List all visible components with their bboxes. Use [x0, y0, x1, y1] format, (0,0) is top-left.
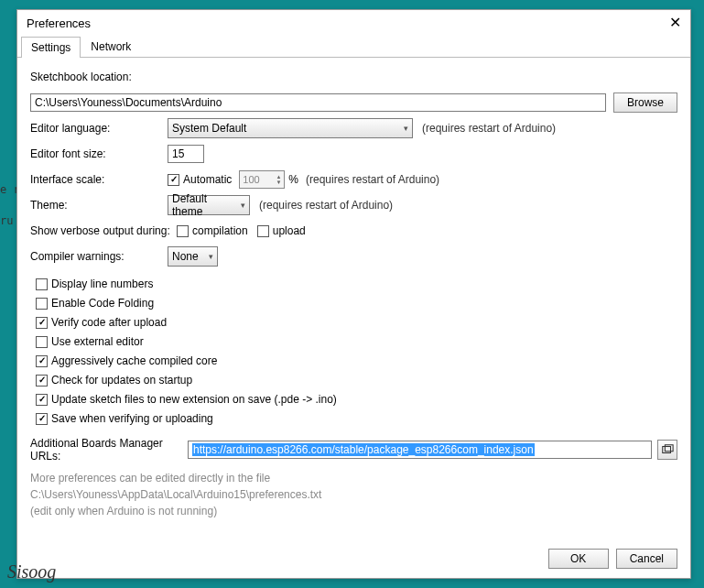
verbose-label: Show verbose output during:	[30, 224, 177, 237]
enable-code-folding-checkbox[interactable]	[36, 298, 48, 310]
compilation-checkbox[interactable]	[177, 225, 189, 237]
theme-select[interactable]: Default theme▾	[168, 195, 250, 215]
upload-checkbox[interactable]	[257, 225, 269, 237]
compiler-warnings-select[interactable]: None▾	[168, 246, 218, 267]
automatic-label: Automatic	[183, 173, 232, 186]
boards-urls-expand-button[interactable]	[657, 440, 677, 460]
update-extension-label: Update sketch files to new extension on …	[51, 393, 337, 406]
preferences-window: Preferences ✕ Settings Network Sketchboo…	[16, 9, 691, 579]
titlebar: Preferences ✕	[17, 10, 690, 36]
sketchbook-label: Sketchbook location:	[30, 71, 168, 83]
chevron-down-icon: ▾	[404, 124, 408, 133]
scale-spinner[interactable]: 100 ▲▼	[239, 170, 285, 189]
svg-rect-0	[663, 447, 671, 453]
aggressive-cache-checkbox[interactable]	[36, 355, 48, 367]
tab-settings[interactable]: Settings	[21, 37, 81, 58]
chevron-down-icon: ▾	[241, 201, 245, 210]
theme-label: Theme:	[30, 199, 168, 212]
browse-button[interactable]: Browse	[613, 93, 677, 113]
compilation-label: compilation	[192, 224, 248, 237]
upload-label: upload	[273, 224, 306, 237]
aggressive-cache-label: Aggressively cache compiled core	[51, 354, 217, 367]
watermark: Sisoog	[7, 561, 56, 583]
tabs: Settings Network	[17, 36, 690, 58]
editor-fontsize-input[interactable]	[168, 145, 204, 163]
save-verify-checkbox[interactable]	[36, 413, 48, 425]
spinner-arrows-icon: ▲▼	[276, 174, 281, 185]
enable-code-folding-label: Enable Code Folding	[51, 297, 154, 310]
window-icon	[661, 443, 674, 456]
use-external-editor-checkbox[interactable]	[36, 336, 48, 348]
close-icon[interactable]: ✕	[669, 16, 681, 30]
cancel-button[interactable]: Cancel	[616, 549, 677, 569]
svg-rect-1	[665, 445, 673, 452]
dialog-footer: OK Cancel	[548, 549, 677, 569]
sketchbook-input[interactable]	[30, 93, 606, 112]
compiler-warnings-label: Compiler warnings:	[30, 250, 168, 263]
editor-language-note: (requires restart of Arduino)	[422, 122, 556, 135]
editor-language-select[interactable]: System Default▾	[168, 118, 413, 138]
more-info-line3: (edit only when Arduino is not running)	[30, 505, 677, 517]
boards-urls-label: Additional Boards Manager URLs:	[30, 437, 188, 463]
theme-note: (requires restart of Arduino)	[259, 199, 393, 212]
boards-urls-input[interactable]: https://arduino.esp8266.com/stable/packa…	[188, 441, 652, 459]
check-updates-label: Check for updates on startup	[51, 374, 192, 387]
percent-label: %	[288, 173, 298, 186]
automatic-checkbox[interactable]	[168, 174, 179, 186]
save-verify-label: Save when verifying or uploading	[51, 412, 213, 425]
interface-scale-label: Interface scale:	[30, 173, 168, 186]
more-info-line2: C:\Users\Youness\AppData\Local\Arduino15…	[30, 488, 677, 501]
scale-note: (requires restart of Arduino)	[306, 173, 439, 186]
check-updates-checkbox[interactable]	[36, 375, 48, 387]
display-line-numbers-label: Display line numbers	[51, 278, 153, 290]
settings-panel: Sketchbook location: Browse Editor langu…	[17, 58, 690, 527]
update-extension-checkbox[interactable]	[36, 394, 48, 406]
verify-after-upload-checkbox[interactable]	[36, 317, 48, 329]
tab-network[interactable]: Network	[81, 36, 141, 57]
ok-button[interactable]: OK	[548, 549, 609, 569]
editor-fontsize-label: Editor font size:	[30, 147, 168, 160]
display-line-numbers-checkbox[interactable]	[36, 278, 48, 290]
chevron-down-icon: ▾	[209, 252, 213, 261]
use-external-editor-label: Use external editor	[51, 335, 144, 348]
more-info-line1: More preferences can be edited directly …	[30, 472, 677, 485]
window-title: Preferences	[27, 16, 91, 30]
editor-language-label: Editor language:	[30, 122, 168, 135]
verify-after-upload-label: Verify code after upload	[51, 316, 167, 329]
